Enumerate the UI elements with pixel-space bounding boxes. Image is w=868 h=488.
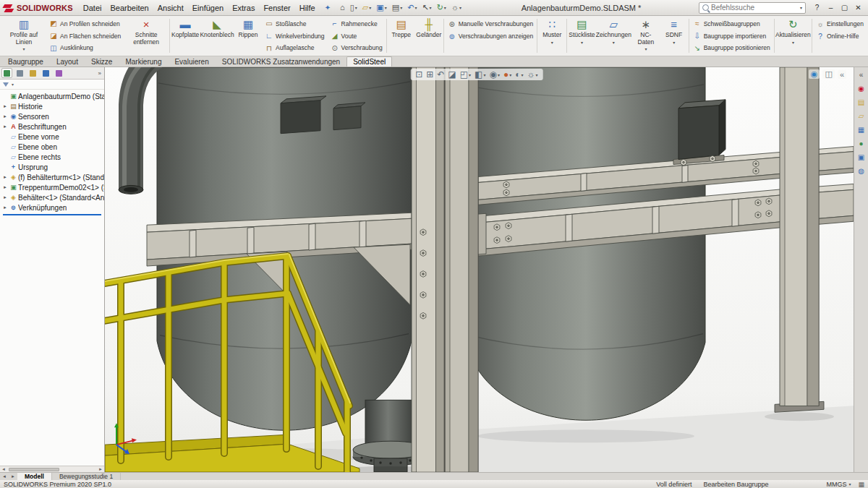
- tree-item-verknüpfungen[interactable]: ▸⊚Verknüpfungen: [1, 202, 104, 213]
- tab-solidsteel[interactable]: SolidSteel: [346, 56, 392, 67]
- forum-button[interactable]: ◍: [856, 166, 867, 176]
- menu-einfügen[interactable]: Einfügen: [188, 2, 228, 14]
- ribbon-an-profilen-schneiden[interactable]: ◩An Profilen schneiden: [47, 18, 123, 30]
- ribbon-geländer[interactable]: ╫Geländer: [415, 17, 443, 55]
- expand-arrow-icon[interactable]: ▸: [1, 194, 9, 200]
- scene-canvas[interactable]: [105, 67, 854, 472]
- ribbon-schnitte-entfernen[interactable]: ×Schnitte entfernen: [124, 17, 169, 55]
- ribbon-baugruppe-positionieren[interactable]: ↘Baugruppe positionieren: [691, 42, 773, 53]
- ribbon-winkelverbindung[interactable]: ∟Winkelverbindung: [263, 30, 327, 42]
- ribbon-treppe[interactable]: ▤Treppe: [388, 17, 415, 55]
- file-explorer-button[interactable]: ▱: [856, 111, 867, 121]
- edit-appearance-button[interactable]: ●▾: [502, 69, 513, 80]
- zoom-area-button[interactable]: ⊞: [425, 69, 435, 80]
- expand-arrow-icon[interactable]: ▸: [1, 124, 9, 129]
- appearances-scenes-button[interactable]: ●: [856, 138, 867, 149]
- close-button[interactable]: ✕: [851, 2, 865, 13]
- tree-item-ebene[interactable]: ▱Ebene rechts: [1, 152, 104, 162]
- scroll-thumb[interactable]: [9, 468, 59, 471]
- tree-item-ursprung[interactable]: +Ursprung: [1, 162, 104, 172]
- collapse-panel-button[interactable]: «: [856, 69, 867, 80]
- menu-fenster[interactable]: Fenster: [259, 2, 294, 14]
- panel-hscrollbar[interactable]: ◄ ►: [0, 466, 104, 472]
- tree-item-historie[interactable]: ▸▤Historie: [1, 101, 104, 111]
- more-tabs-icon[interactable]: »: [98, 70, 103, 77]
- tree-item-ebene[interactable]: ▱Ebene vorne: [1, 132, 104, 142]
- undo-button[interactable]: ↶▾: [405, 3, 419, 12]
- command-search[interactable]: ▾: [699, 2, 806, 14]
- ribbon-online-hilfe[interactable]: ?Online-Hilfe: [814, 30, 866, 42]
- tab-evaluieren[interactable]: Evaluieren: [168, 56, 215, 67]
- units-selector[interactable]: MMGS ▾: [826, 481, 851, 488]
- expand-arrow-icon[interactable]: ▸: [1, 103, 9, 109]
- pin-menu-icon[interactable]: ✦: [321, 4, 334, 12]
- expand-arrow-icon[interactable]: ▸: [1, 184, 9, 190]
- view-settings-button[interactable]: ☼▾: [525, 69, 539, 80]
- tree-filter[interactable]: ▾: [0, 80, 104, 90]
- task-pane-toggle-icon[interactable]: ▦: [858, 481, 864, 488]
- ribbon-rippen[interactable]: ▦Rippen: [234, 17, 262, 55]
- collapse-pane-button[interactable]: «: [838, 70, 846, 79]
- ribbon-profile-auf-linien[interactable]: ▥Profile auf Linien▾: [1, 17, 46, 55]
- ribbon-knotenblech[interactable]: ◣Knotenblech: [200, 17, 234, 55]
- propertymanager-tab[interactable]: [14, 68, 25, 78]
- tree-item-anlagenbauturmdemo[interactable]: ▣AnlagenbauturmDemo (Standard<An: [1, 91, 104, 101]
- ribbon-schweißbaugruppen[interactable]: ≈Schweißbaugruppen: [691, 18, 773, 30]
- ribbon-ausklinkung[interactable]: ◫Ausklinkung: [47, 42, 123, 53]
- ribbon-baugruppe-importieren[interactable]: ⇩Baugruppe importieren: [691, 30, 773, 42]
- view-palette-button[interactable]: ▦: [856, 124, 867, 135]
- ribbon-auflagelasche[interactable]: ⊓Auflagelasche: [263, 42, 327, 53]
- model-tab-modell[interactable]: Modell: [17, 473, 52, 480]
- rollback-bar[interactable]: [3, 214, 101, 215]
- ribbon-sdnf[interactable]: ≡SDNF▾: [660, 17, 688, 55]
- ribbon-rahmenecke[interactable]: ⌐Rahmenecke: [328, 18, 385, 30]
- ribbon-stoßlasche[interactable]: ▭Stoßlasche: [263, 18, 327, 30]
- ribbon-stückliste[interactable]: ▤Stückliste▾: [568, 17, 595, 55]
- scroll-right-icon[interactable]: ►: [97, 467, 104, 471]
- ribbon-kopfplatte[interactable]: ▬Kopfplatte: [171, 17, 200, 55]
- ribbon-verschraubung[interactable]: ⊙Verschraubung: [328, 42, 385, 53]
- tree-item-behälter-1[interactable]: ▸◈Behälter<1> (Standard<Anzeigest: [1, 192, 104, 202]
- design-library-button[interactable]: ▤: [856, 97, 867, 108]
- view-orientation-button[interactable]: ◰▾: [459, 69, 472, 80]
- search-caret-icon[interactable]: ▾: [800, 5, 802, 10]
- tab-scroll-left-icon[interactable]: ◄: [0, 473, 9, 480]
- options-button[interactable]: ☼▾: [449, 3, 464, 12]
- minimize-button[interactable]: –: [824, 2, 838, 13]
- ribbon-verschraubungen-anzeigen[interactable]: ⊚Verschraubungen anzeigen: [446, 30, 536, 42]
- scroll-left-icon[interactable]: ◄: [0, 467, 7, 471]
- ribbon-manuelle-verschraubungen[interactable]: ⊛Manuelle Verschraubungen: [446, 18, 536, 30]
- section-view-button[interactable]: ◪: [446, 69, 457, 80]
- menu-ansicht[interactable]: Ansicht: [153, 2, 188, 14]
- search-input[interactable]: [711, 4, 797, 12]
- tab-skizze[interactable]: Skizze: [85, 56, 119, 67]
- menu-hilfe[interactable]: Hilfe: [295, 2, 320, 14]
- tab-baugruppe[interactable]: Baugruppe: [1, 56, 50, 67]
- apply-scene-button[interactable]: ◐▾: [514, 69, 524, 80]
- home-button[interactable]: ⌂: [338, 3, 347, 12]
- expand-arrow-icon[interactable]: ▸: [1, 205, 9, 210]
- tree-item-treppenturmdemo02-1[interactable]: ▸▣TreppenturmDemo02<1> (Standa: [1, 182, 104, 192]
- ribbon-aktualisieren[interactable]: ↻Aktualisieren▾: [775, 17, 811, 55]
- configurationmanager-tab[interactable]: [27, 68, 38, 78]
- solidworks-resources-button[interactable]: ◉: [856, 83, 867, 94]
- menu-extras[interactable]: Extras: [228, 2, 259, 14]
- rebuild-button[interactable]: ↻▾: [435, 3, 448, 12]
- view-selector-button[interactable]: ◉: [809, 69, 820, 79]
- tab-scroll-right-icon[interactable]: ►: [9, 473, 17, 480]
- viewport[interactable]: ⊡⊞↶◪◰▾◧▾◉▾●▾◐▾☼▾ ◉◫«: [105, 67, 854, 472]
- display-style-button[interactable]: ◧▾: [473, 69, 487, 80]
- previous-view-button[interactable]: ↶: [435, 69, 446, 80]
- custom-properties-button[interactable]: ▣: [856, 152, 867, 163]
- ribbon-zeichnungen[interactable]: ▱Zeichnungen▾: [596, 17, 632, 55]
- ribbon-einstellungen[interactable]: ☼Einstellungen: [814, 18, 866, 30]
- tab-solidworks-zusatzanwendungen[interactable]: SOLIDWORKS Zusatzanwendungen: [216, 56, 346, 67]
- ribbon-nc-daten[interactable]: ∗NC-Daten▾: [631, 17, 660, 55]
- tree-item-beschriftungen[interactable]: ▸ABeschriftungen: [1, 121, 104, 132]
- dimxpert-tab[interactable]: [41, 68, 51, 78]
- save-button[interactable]: ▣▾: [374, 3, 388, 12]
- displaymanager-tab[interactable]: [54, 68, 64, 78]
- expand-arrow-icon[interactable]: ▸: [1, 174, 9, 180]
- print-button[interactable]: ▤▾: [390, 3, 404, 12]
- tree-item-ebene[interactable]: ▱Ebene oben: [1, 142, 104, 152]
